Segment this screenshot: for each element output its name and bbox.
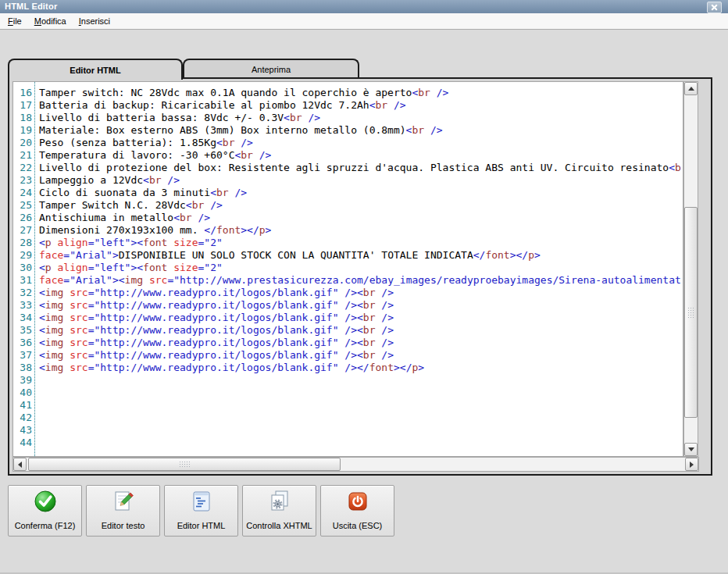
text-editor-pencil-icon <box>112 490 135 513</box>
code-token-brk: < <box>186 199 192 211</box>
tab-editor-html[interactable]: Editor HTML <box>8 59 183 80</box>
code-token-brk: > <box>534 249 541 261</box>
line-number: 36 <box>13 337 34 349</box>
code-line[interactable]: Livello di protezione del box: Resistent… <box>36 162 683 174</box>
code-line[interactable]: Tamper switch: NC 28Vdc max 0.1A quando … <box>36 87 683 99</box>
code-line[interactable]: <img src="http://www.readypro.it/logos/b… <box>36 349 683 362</box>
code-token-brk: /> <box>376 287 394 298</box>
code-line[interactable]: Batteria di backup: Ricaricabile al piom… <box>36 99 683 112</box>
line-number: 21 <box>13 149 34 162</box>
menu-file-label: ile <box>13 16 22 26</box>
code-token-att: face <box>39 249 63 261</box>
code-token-val: ="http://www.readypro.it/logos/blank.gif… <box>88 362 339 373</box>
code-line[interactable] <box>36 387 683 399</box>
code-line[interactable]: Antischiuma in metallo<br /> <box>36 212 683 224</box>
code-line[interactable] <box>36 412 683 424</box>
code-line[interactable]: Temperatura di lavoro: -30 +60°C<br /> <box>36 149 683 162</box>
line-number: 19 <box>13 124 34 137</box>
code-token-brk: >< <box>112 274 125 286</box>
code-line[interactable]: <img src="http://www.readypro.it/logos/b… <box>36 324 683 337</box>
code-token-att: src <box>70 337 87 348</box>
code-token-txt <box>63 312 70 323</box>
code-line[interactable]: face="Arial">DISPONIBILE UN SOLO STOCK C… <box>36 249 683 262</box>
code-column[interactable]: Tamper switch: NC 28Vdc max 0.1A quando … <box>36 82 683 456</box>
code-token-brk: < <box>669 162 675 173</box>
code-line[interactable]: <img src="http://www.readypro.it/logos/b… <box>36 312 683 324</box>
arrow-down-icon <box>688 447 694 451</box>
confirm-button[interactable]: Conferma (F12) <box>8 485 82 537</box>
confirm-button-label: Conferma (F12) <box>9 521 81 530</box>
exit-button[interactable]: Uscita (ESC) <box>320 485 394 537</box>
code-line[interactable]: <p align="left"><font size="2" <box>36 262 683 274</box>
code-token-val: ="left" <box>88 262 131 273</box>
scroll-up-button[interactable] <box>684 82 698 95</box>
line-number-gutter: 1617181920212223242526272829303132333435… <box>13 82 35 456</box>
code-token-val: ="http://www.readypro.it/logos/blank.gif… <box>88 324 339 336</box>
code-token-tag: p <box>528 249 534 261</box>
code-token-att: src <box>70 287 87 298</box>
code-token-att: size <box>173 262 198 273</box>
code-token-brk: />< <box>339 324 363 336</box>
code-token-att: src <box>70 324 87 336</box>
code-token-brk: </ <box>204 224 216 236</box>
menu-file[interactable]: File <box>2 15 28 27</box>
code-line[interactable]: face="Arial"><img src="http://www.presta… <box>36 274 683 287</box>
code-token-txt: Tamper Switch N.C. 28Vdc <box>39 199 186 211</box>
text-editor-button-label: Editor testo <box>87 521 159 530</box>
scroll-right-button[interactable] <box>685 458 698 471</box>
close-button[interactable] <box>707 2 722 13</box>
code-token-txt: Peso (senza batteria): 1.85Kg <box>39 137 216 148</box>
vertical-scrollbar-thumb[interactable] <box>684 207 698 418</box>
toolbar: Conferma (F12) Editor testo <box>0 485 728 537</box>
scroll-left-button[interactable] <box>13 458 27 471</box>
check-xhtml-gear-icon <box>268 490 291 513</box>
code-token-txt: Batteria di backup: Ricaricabile al piom… <box>39 99 369 111</box>
code-token-tag: img <box>45 287 63 298</box>
html-editor-button[interactable]: Editor HTML <box>164 485 238 537</box>
horizontal-scrollbar-thumb[interactable] <box>28 458 341 471</box>
code-line[interactable]: <img src="http://www.readypro.it/logos/b… <box>36 362 683 374</box>
line-number: 40 <box>13 387 34 399</box>
menu-file-accel: F <box>8 16 13 26</box>
scroll-down-button[interactable] <box>684 443 698 456</box>
scrollbar-grip-icon <box>687 307 694 319</box>
text-editor-button[interactable]: Editor testo <box>86 485 160 537</box>
titlebar[interactable]: HTML Editor <box>0 0 728 13</box>
code-token-brk: ></ <box>510 249 528 261</box>
code-line[interactable]: Peso (senza batteria): 1.85Kg<br /> <box>36 137 683 149</box>
code-token-brk: /> <box>302 112 320 123</box>
vertical-scrollbar[interactable] <box>683 81 698 457</box>
code-line[interactable] <box>36 399 683 412</box>
code-line[interactable]: Dimensioni 270x193x100 mm. </font></p> <box>36 224 683 237</box>
code-token-brk: />< <box>339 287 363 298</box>
code-line[interactable]: Lampeggio a 12Vdc<br /> <box>36 174 683 187</box>
check-xhtml-button[interactable]: Controlla XHTML <box>242 485 316 537</box>
code-line[interactable]: <img src="http://www.readypro.it/logos/b… <box>36 299 683 312</box>
code-editor[interactable]: 1617181920212223242526272829303132333435… <box>12 81 683 457</box>
code-line[interactable]: <img src="http://www.readypro.it/logos/b… <box>36 287 683 299</box>
code-line[interactable]: Tamper Switch N.C. 28Vdc<br /> <box>36 199 683 212</box>
code-line[interactable]: Ciclo di suonata da 3 minuti<br /> <box>36 187 683 199</box>
code-line[interactable]: <img src="http://www.readypro.it/logos/b… <box>36 337 683 349</box>
code-line[interactable]: <p align="left"><font size="2" <box>36 237 683 249</box>
menu-modifica[interactable]: Modifica <box>28 15 73 27</box>
horizontal-scrollbar[interactable] <box>12 457 699 472</box>
code-token-brk: < <box>143 174 149 186</box>
line-number: 43 <box>13 424 34 437</box>
code-token-txt: Ciclo di suonata da 3 minuti <box>39 187 210 198</box>
code-token-tag: br <box>375 99 387 111</box>
code-line[interactable]: Livello di batteria bassa: 8Vdc +/- 0.3V… <box>36 112 683 124</box>
code-token-val: ="2" <box>198 262 223 273</box>
code-token-tag: br <box>192 199 205 211</box>
tab-anteprima[interactable]: Anteprima <box>183 59 359 79</box>
code-line[interactable] <box>36 374 683 387</box>
code-line[interactable] <box>36 437 683 449</box>
code-token-txt <box>63 299 70 311</box>
tab-strip: Editor HTML Anteprima <box>8 59 359 80</box>
code-token-tag: br <box>149 174 162 186</box>
code-token-tag: br <box>223 137 235 148</box>
code-token-att: align <box>57 237 87 248</box>
code-line[interactable]: Materiale: Box esterno ABS (3mm) Box int… <box>36 124 683 137</box>
code-line[interactable] <box>36 424 683 437</box>
menu-inserisci[interactable]: Inserisci <box>73 15 116 27</box>
